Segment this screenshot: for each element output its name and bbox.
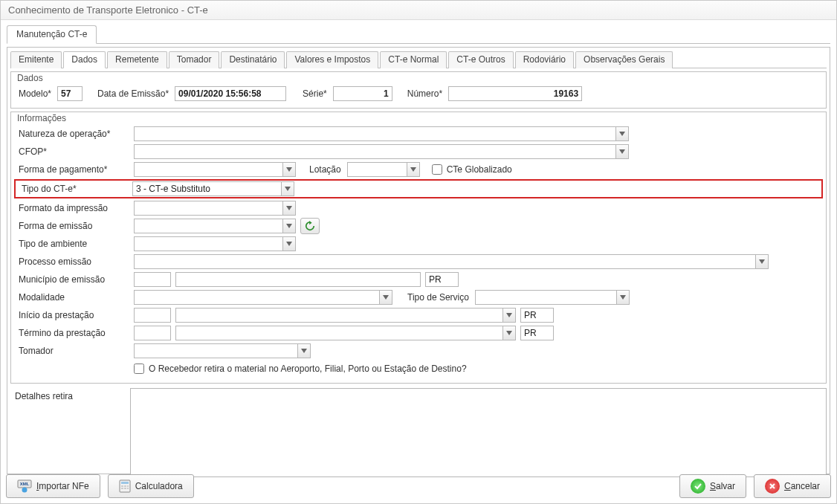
natureza-label: Natureza de operação* — [14, 129, 129, 139]
munic-emi-desc[interactable] — [175, 272, 421, 287]
tab-destinatario[interactable]: Destinatário — [221, 51, 285, 68]
importar-nfe-button[interactable]: XML IImportar NFemportar NFe — [6, 474, 100, 498]
modelo-label: Modelo* — [14, 88, 53, 99]
chevron-down-icon — [383, 295, 389, 300]
inicio-prest-code[interactable] — [134, 308, 171, 323]
forma-pag-input[interactable] — [134, 162, 282, 177]
modalidade-label: Modalidade — [14, 292, 129, 303]
cte-global-checkbox[interactable] — [432, 164, 442, 175]
tomador-form-input[interactable] — [134, 343, 297, 358]
chevron-down-icon — [286, 206, 292, 210]
svg-rect-7 — [127, 485, 129, 487]
forma-emi-refresh-button[interactable] — [300, 218, 320, 234]
chevron-down-icon — [410, 167, 416, 172]
modalidade-dropdown[interactable] — [379, 290, 392, 305]
tab-cte-normal[interactable]: CT-e Normal — [380, 51, 447, 68]
detalhes-textarea[interactable] — [130, 388, 827, 477]
tab-rodoviario[interactable]: Rodoviário — [515, 51, 574, 68]
tab-dados[interactable]: Dados — [63, 51, 106, 68]
chevron-down-icon — [759, 259, 765, 264]
calculator-icon — [119, 479, 131, 493]
svg-rect-6 — [124, 485, 126, 487]
close-icon — [765, 479, 780, 494]
natureza-dropdown[interactable] — [615, 126, 629, 141]
tab-observacoes[interactable]: Observações Gerais — [575, 51, 673, 68]
inner-tabstrip: Emitente Dados Remetente Tomador Destina… — [10, 51, 827, 68]
recebedor-label: O Recebedor retira o material no Aeropor… — [149, 364, 467, 374]
bottom-bar: XML IImportar NFemportar NFe Calculadora… — [6, 474, 831, 498]
svg-rect-8 — [121, 488, 123, 489]
modelo-input[interactable] — [57, 86, 83, 101]
data-emissao-input[interactable] — [175, 86, 286, 101]
tipo-cte-input[interactable] — [132, 181, 281, 196]
chevron-down-icon — [285, 187, 291, 191]
tab-manutencao[interactable]: Manutenção CT-e — [7, 25, 97, 44]
serie-input[interactable] — [333, 86, 392, 101]
proc-emi-label: Processo emissão — [14, 256, 129, 267]
termino-prest-dropdown[interactable] — [502, 326, 516, 340]
importar-nfe-label: IImportar NFemportar NFe — [36, 481, 89, 491]
cancelar-label: Cancelar — [784, 481, 820, 491]
svg-rect-9 — [124, 488, 126, 489]
cancelar-button[interactable]: Cancelar — [754, 474, 831, 498]
lotacao-label: Lotação — [305, 164, 343, 175]
detalhes-label: Detalhes retira — [10, 388, 126, 401]
forma-pag-dropdown[interactable] — [282, 162, 296, 177]
proc-emi-dropdown[interactable] — [755, 254, 769, 269]
cfop-label: CFOP* — [14, 146, 129, 157]
tab-emitente[interactable]: Emitente — [10, 51, 62, 68]
inner-container: Emitente Dados Remetente Tomador Destina… — [7, 47, 830, 474]
modalidade-input[interactable] — [134, 290, 379, 305]
lotacao-dropdown[interactable] — [407, 162, 420, 177]
chevron-down-icon — [506, 313, 512, 317]
tipo-amb-input[interactable] — [134, 236, 282, 251]
natureza-input[interactable] — [134, 126, 615, 141]
chevron-down-icon — [506, 331, 512, 335]
numero-input[interactable] — [448, 86, 582, 101]
formato-imp-dropdown[interactable] — [282, 201, 296, 216]
salvar-label: Salvar — [710, 481, 735, 491]
termino-prest-uf[interactable] — [520, 326, 554, 340]
formato-imp-input[interactable] — [134, 201, 282, 216]
salvar-button[interactable]: Salvar — [679, 474, 746, 498]
forma-emi-dropdown[interactable] — [282, 219, 296, 233]
inicio-prest-uf[interactable] — [520, 308, 554, 323]
forma-emi-input[interactable] — [134, 219, 282, 233]
tab-cte-outros[interactable]: CT-e Outros — [448, 51, 513, 68]
detalhes-row: Detalhes retira — [10, 388, 827, 477]
chevron-down-icon — [619, 149, 625, 154]
check-icon — [691, 479, 705, 494]
tab-valores[interactable]: Valores e Impostos — [286, 51, 378, 68]
termino-prest-code[interactable] — [134, 326, 171, 340]
cte-global-label: CTe Globalizado — [447, 164, 512, 175]
inicio-prest-dropdown[interactable] — [502, 308, 516, 323]
recebedor-checkbox[interactable] — [134, 364, 144, 374]
svg-text:XML: XML — [20, 482, 30, 486]
munic-emi-code[interactable] — [134, 272, 171, 287]
proc-emi-input[interactable] — [134, 254, 755, 269]
cfop-input[interactable] — [134, 144, 615, 159]
chevron-down-icon — [286, 242, 292, 246]
svg-rect-5 — [121, 485, 123, 487]
tipo-cte-dropdown[interactable] — [281, 181, 294, 196]
tab-remetente[interactable]: Remetente — [107, 51, 167, 68]
xml-file-icon: XML — [17, 479, 32, 493]
chevron-down-icon — [619, 132, 625, 136]
chevron-down-icon — [286, 167, 292, 172]
termino-prest-label: Término da prestação — [14, 328, 129, 338]
svg-point-2 — [22, 488, 28, 493]
lotacao-input[interactable] — [347, 162, 407, 177]
inicio-prest-desc[interactable] — [175, 308, 502, 323]
tipo-amb-dropdown[interactable] — [282, 236, 296, 251]
outer-tabstrip: Manutenção CT-e — [7, 25, 830, 44]
munic-emi-uf[interactable] — [425, 272, 459, 287]
group-dados: Dados Modelo* Data de Emissão* Série* Nú… — [10, 71, 827, 109]
calculadora-button[interactable]: Calculadora — [108, 474, 194, 498]
group-info-legend: Informações — [16, 113, 824, 123]
tipo-servico-dropdown[interactable] — [616, 290, 630, 305]
tab-tomador[interactable]: Tomador — [169, 51, 220, 68]
tomador-form-dropdown[interactable] — [297, 343, 311, 358]
termino-prest-desc[interactable] — [175, 326, 502, 340]
tipo-servico-input[interactable] — [475, 290, 616, 305]
cfop-dropdown[interactable] — [615, 144, 629, 159]
